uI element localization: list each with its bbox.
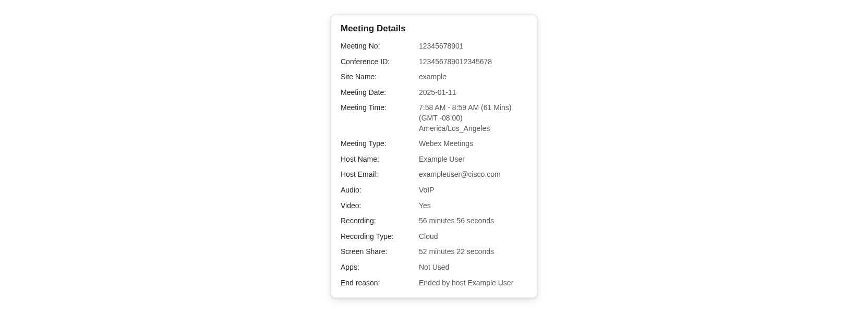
detail-row: Host Name: Example User bbox=[341, 154, 527, 165]
detail-label: Site Name: bbox=[341, 72, 419, 82]
detail-value: Yes bbox=[419, 201, 527, 211]
detail-label: Video: bbox=[341, 201, 419, 211]
detail-row: Video: Yes bbox=[341, 201, 527, 211]
detail-row: Conference ID: 123456789012345678 bbox=[341, 57, 527, 67]
detail-value: Webex Meetings bbox=[419, 139, 527, 149]
detail-label: Audio: bbox=[341, 185, 419, 196]
detail-row: Meeting Type: Webex Meetings bbox=[341, 139, 527, 149]
detail-value: Ended by host Example User bbox=[419, 278, 527, 288]
detail-label: Apps: bbox=[341, 262, 419, 273]
detail-row: Recording Type: Cloud bbox=[341, 232, 527, 242]
detail-value: 2025-01-11 bbox=[419, 88, 527, 98]
detail-label: Recording: bbox=[341, 216, 419, 226]
detail-value: 7:58 AM - 8:59 AM (61 Mins) (GMT -08:00)… bbox=[419, 103, 527, 134]
detail-value: 12345678901 bbox=[419, 41, 527, 52]
detail-label: Meeting Time: bbox=[341, 103, 419, 113]
detail-value: 123456789012345678 bbox=[419, 57, 527, 67]
detail-value: 56 minutes 56 seconds bbox=[419, 216, 527, 226]
detail-label: Meeting No: bbox=[341, 41, 419, 52]
detail-row: Audio: VoIP bbox=[341, 185, 527, 196]
detail-label: Conference ID: bbox=[341, 57, 419, 67]
detail-label: End reason: bbox=[341, 278, 419, 288]
detail-row: Meeting Date: 2025-01-11 bbox=[341, 88, 527, 98]
detail-row: Meeting Time: 7:58 AM - 8:59 AM (61 Mins… bbox=[341, 103, 527, 134]
meeting-details-card: Meeting Details Meeting No: 12345678901 … bbox=[331, 15, 537, 298]
detail-value: 52 minutes 22 seconds bbox=[419, 247, 527, 257]
detail-row: Host Email: exampleuser@cisco.com bbox=[341, 170, 527, 180]
detail-value: Not Used bbox=[419, 262, 527, 273]
detail-value: VoIP bbox=[419, 185, 527, 196]
detail-row: Site Name: example bbox=[341, 72, 527, 82]
detail-row: Recording: 56 minutes 56 seconds bbox=[341, 216, 527, 226]
detail-label: Recording Type: bbox=[341, 232, 419, 242]
detail-label: Meeting Type: bbox=[341, 139, 419, 149]
detail-value: example bbox=[419, 72, 527, 82]
detail-label: Host Name: bbox=[341, 154, 419, 165]
detail-row: Meeting No: 12345678901 bbox=[341, 41, 527, 52]
detail-value: exampleuser@cisco.com bbox=[419, 170, 527, 180]
detail-row: Screen Share: 52 minutes 22 seconds bbox=[341, 247, 527, 257]
card-title: Meeting Details bbox=[341, 23, 527, 34]
detail-value: Cloud bbox=[419, 232, 527, 242]
detail-label: Host Email: bbox=[341, 170, 419, 180]
detail-value: Example User bbox=[419, 154, 527, 165]
detail-label: Meeting Date: bbox=[341, 88, 419, 98]
detail-label: Screen Share: bbox=[341, 247, 419, 257]
detail-row: Apps: Not Used bbox=[341, 262, 527, 273]
detail-row: End reason: Ended by host Example User bbox=[341, 278, 527, 288]
